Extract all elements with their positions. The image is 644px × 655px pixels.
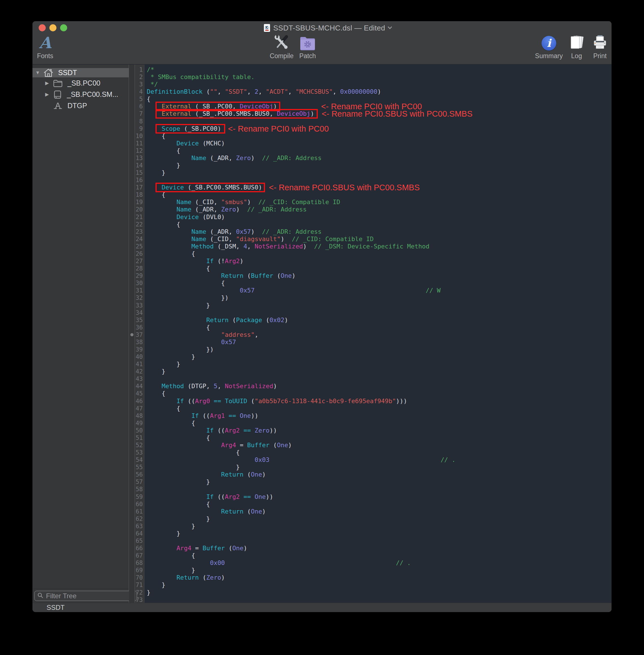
sidebar-item-label: _SB.PC00.SM... xyxy=(67,90,118,98)
code-line: Return (Zero) xyxy=(147,574,612,581)
code-line: { xyxy=(147,552,612,559)
code-token: } xyxy=(147,302,210,309)
code-token: Arg2 xyxy=(225,427,240,434)
code-token: (_CID, xyxy=(206,235,236,243)
title-chevron-down-icon xyxy=(388,25,392,29)
disclosure-collapsed-icon[interactable]: ▶ xyxy=(45,91,50,97)
code-token: , xyxy=(258,88,266,95)
code-token xyxy=(240,427,244,434)
home-icon xyxy=(43,68,53,77)
code-token: Arg2 xyxy=(225,257,240,265)
code-token: { xyxy=(147,420,195,427)
disclosure-collapsed-icon[interactable]: ▶ xyxy=(45,80,50,86)
disclosure-expanded-icon[interactable]: ▼ xyxy=(35,70,40,76)
line-number: 50 xyxy=(135,427,144,434)
code-token: Name xyxy=(191,235,206,243)
code-token: Return xyxy=(221,508,244,515)
code-token: 0x57 xyxy=(239,287,255,294)
code-token xyxy=(147,199,176,206)
line-number: 59 xyxy=(135,493,144,501)
code-token: DeviceObj xyxy=(240,103,273,110)
sidebar-item-sb-pc00-sm[interactable]: ▶ _SB.PC00.SM... xyxy=(32,90,129,99)
code-token: ( xyxy=(273,272,280,279)
code-token: Return xyxy=(221,471,244,478)
code-line: 0x57 xyxy=(147,339,612,346)
code-token: ) xyxy=(240,257,244,265)
code-editor[interactable]: /* * SMBus compatibility table. */Defini… xyxy=(144,65,612,603)
code-token: Buffer xyxy=(247,442,270,449)
code-line xyxy=(147,177,612,184)
code-token: /* xyxy=(147,66,154,73)
code-token: Name xyxy=(176,206,191,213)
code-token xyxy=(147,456,255,463)
code-token xyxy=(147,574,176,581)
code-token: (_CID, xyxy=(191,199,221,206)
line-number: 51 xyxy=(135,434,144,442)
code-line: } xyxy=(147,302,612,309)
line-number: 27 xyxy=(135,257,144,265)
line-marker-dot[interactable] xyxy=(130,333,134,336)
code-line: External (_SB_.PC00.SMBS.BUS0, DeviceObj… xyxy=(147,110,612,117)
line-number: 41 xyxy=(135,361,144,368)
code-token: ) xyxy=(310,110,314,117)
line-number: 37 xyxy=(135,331,144,339)
code-token: Zero xyxy=(206,574,221,581)
filter-tree-input[interactable] xyxy=(45,592,134,600)
line-number: 28 xyxy=(135,265,144,272)
line-number: 46 xyxy=(135,398,144,405)
code-line: 0x00 // . xyxy=(147,559,612,567)
code-token: // . xyxy=(440,456,456,463)
code-token: = xyxy=(236,442,247,449)
code-token xyxy=(147,154,191,161)
code-token: == xyxy=(229,412,236,419)
code-token: */ xyxy=(147,81,158,88)
line-number: 66 xyxy=(135,545,144,552)
line-number: 25 xyxy=(135,243,144,250)
main-content: ▼ SSDT ▶ xyxy=(32,65,612,603)
code-token: { xyxy=(147,552,195,559)
line-number: 20 xyxy=(135,206,144,213)
line-number: 2 xyxy=(135,73,144,81)
print-button[interactable]: Print xyxy=(580,33,612,60)
code-token: ) xyxy=(251,228,262,235)
code-token xyxy=(251,493,255,500)
sidebar-item-sb-pc00[interactable]: ▶ _SB.PC00 xyxy=(32,78,129,88)
code-token: ) xyxy=(244,545,247,552)
patch-button[interactable]: Patch xyxy=(288,33,327,60)
code-token: , xyxy=(217,383,225,390)
code-line xyxy=(147,309,612,316)
code-token: // _DSM: Device-Specific Method xyxy=(314,243,430,250)
sidebar-item-ssdt[interactable]: ▼ SSDT xyxy=(32,68,129,77)
code-token: (_DSM, xyxy=(214,243,243,250)
code-token: ( xyxy=(244,471,251,478)
code-line: { xyxy=(147,405,612,412)
print-label: Print xyxy=(593,52,606,60)
code-line: */ xyxy=(147,81,612,88)
sidebar-item-dtgp[interactable]: DTGP xyxy=(32,101,129,110)
filter-tree-box[interactable] xyxy=(34,591,137,601)
code-line: Arg4 = Buffer (One) xyxy=(147,545,612,552)
code-token: } xyxy=(147,530,180,537)
code-token: ) xyxy=(221,574,225,581)
code-line: } xyxy=(147,162,612,169)
code-token: One xyxy=(280,272,292,279)
line-number: 70 xyxy=(135,574,144,581)
code-token: If xyxy=(191,412,199,419)
code-token: ToUUID xyxy=(225,398,247,405)
code-token: (MCHC) xyxy=(199,140,225,147)
code-token: } xyxy=(147,523,195,529)
code-token xyxy=(147,235,191,243)
code-token: If xyxy=(176,398,184,405)
fonts-button[interactable]: A Fonts xyxy=(32,33,65,60)
code-token: ) xyxy=(284,316,288,323)
code-token: (_SB_.PC00.SMBS.BUS0, xyxy=(191,110,277,117)
line-number: 61 xyxy=(135,508,144,515)
code-line: Name (_ADR, Zero) // _ADR: Address xyxy=(147,206,612,213)
code-token: (_SB.PC00.SMBS.BUS0) xyxy=(184,184,262,191)
code-token: If xyxy=(206,493,214,500)
window-title-group[interactable]: SSDT-SBUS-MCHC.dsl — Edited xyxy=(32,23,612,33)
code-token xyxy=(147,110,162,117)
code-token: Package xyxy=(236,316,262,323)
line-number: 53 xyxy=(135,449,144,456)
code-token: } xyxy=(147,589,151,596)
